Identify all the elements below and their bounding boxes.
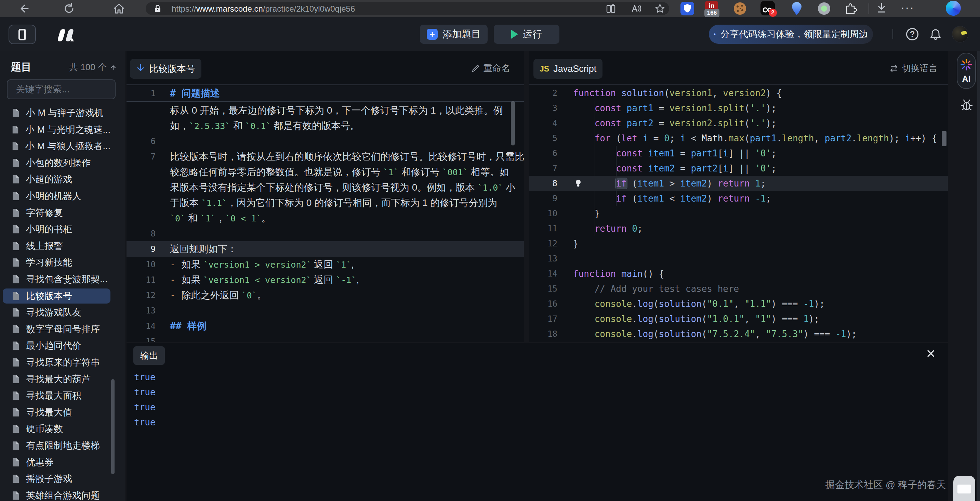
puzzle-icon[interactable]: [843, 2, 858, 16]
sidebar-item[interactable]: 优惠券: [3, 455, 110, 470]
md-line[interactable]: 6: [127, 134, 524, 149]
md-line[interactable]: 果版本号没有指定某个下标处的修订号，则该修订号视为 0。例如，版本 `1.0` …: [127, 180, 524, 195]
code-line[interactable]: 2function solution(version1, version2) {: [529, 86, 948, 101]
collapse-up-icon[interactable]: [110, 64, 117, 71]
lightbulb-icon[interactable]: [574, 179, 583, 188]
back-icon[interactable]: [18, 2, 30, 15]
md-line[interactable]: 11- 如果 `version1 < version2` 返回 `-1`,: [127, 272, 524, 287]
output-tab[interactable]: 输出: [134, 346, 165, 365]
marscode-logo[interactable]: [55, 29, 89, 42]
split-screen-icon[interactable]: [606, 3, 616, 14]
sidebar-item[interactable]: 寻找包含斐波那契...: [3, 272, 110, 287]
sidebar-item[interactable]: 寻找最大的葫芦: [3, 372, 110, 387]
md-line[interactable]: 7比较版本号时，请按从左到右的顺序依次比较它们的修订号。比较修订号时，只需比: [127, 149, 524, 164]
promo-banner[interactable]: 分享代码练习体验，领限量定制周边: [709, 25, 873, 44]
extension-green-dot-icon[interactable]: [817, 2, 831, 15]
md-line[interactable]: `0` 和 `1`，`0 < 1`。: [127, 211, 524, 226]
sidebar-item[interactable]: 小 M 与弹子游戏机: [3, 105, 110, 120]
sidebar-scrollbar[interactable]: [111, 379, 115, 474]
refresh-icon[interactable]: [63, 2, 75, 15]
search-box[interactable]: [7, 80, 116, 99]
sidebar-item[interactable]: 学习新技能: [3, 255, 110, 270]
code-line[interactable]: 8 if (item1 > item2) return 1;: [529, 176, 948, 191]
code-line[interactable]: 10 }: [529, 206, 948, 221]
rename-button[interactable]: 重命名: [471, 62, 510, 74]
sidebar-item[interactable]: 字符修复: [3, 205, 110, 220]
read-aloud-icon[interactable]: [631, 3, 641, 14]
debug-bug-icon[interactable]: [960, 98, 973, 112]
md-line[interactable]: 于版本 `1.1`，因为它们下标为 0 的修订号相同，而下标为 1 的修订号分别…: [127, 195, 524, 211]
sidebar-item[interactable]: 小 M 与狼人拯救者...: [3, 139, 110, 154]
sidebar-item[interactable]: 寻找游戏队友: [3, 305, 110, 320]
code-line[interactable]: 6 const item1 = part1[i] || '0';: [529, 146, 948, 161]
md-line[interactable]: 较忽略任何前导零后的整数值。也就是说，修订号 `1` 和修订号 `001` 相等…: [127, 164, 524, 180]
switch-language-button[interactable]: 切换语言: [889, 62, 938, 74]
sidebar-item[interactable]: 小明的机器人: [3, 188, 110, 204]
extension-cookie-icon[interactable]: [733, 2, 747, 15]
sidebar-item[interactable]: 最小趋同代价: [3, 338, 110, 353]
sidebar-item[interactable]: 寻找最大面积: [3, 388, 110, 403]
extension-shield-icon[interactable]: [681, 2, 694, 15]
code-line[interactable]: 18 console.log(solution("7.5.2.4", "7.5.…: [529, 327, 948, 341]
md-line[interactable]: 14## 样例: [127, 318, 524, 333]
sidebar-item[interactable]: 小超的游戏: [3, 172, 110, 187]
sidebar-item[interactable]: 线上报警: [3, 239, 110, 254]
sidebar-item[interactable]: 小包的数列操作: [3, 155, 110, 171]
editor-scrollbar[interactable]: [942, 131, 947, 146]
problem-tab[interactable]: 比较版本号: [130, 59, 201, 79]
sticky-heading-line[interactable]: 1# 问题描述: [127, 86, 524, 102]
favorite-star-icon[interactable]: [654, 3, 665, 14]
code-line[interactable]: 12}: [529, 236, 948, 251]
sidebar-item[interactable]: 有点限制地走楼梯: [3, 438, 110, 453]
code-line[interactable]: 16 console.log(solution("0.1", "1.1") ==…: [529, 296, 948, 311]
md-line[interactable]: 9返回规则如下：: [127, 241, 524, 257]
add-problem-button[interactable]: + 添加题目: [420, 25, 488, 44]
sidebar-item[interactable]: 寻找最大值: [3, 405, 110, 420]
md-line[interactable]: 标从 0 开始，最左边的修订号下标为 0，下一个修订号下标为 1，以此类推。例: [127, 103, 524, 118]
md-line[interactable]: 12- 除此之外返回 `0`。: [127, 287, 524, 303]
md-line[interactable]: 10- 如果 `version1 > version2` 返回 `1`,: [127, 257, 524, 272]
sidebar-item[interactable]: 摇骰子游戏: [3, 471, 110, 486]
sidebar-item[interactable]: 小 M 与光明之魂速...: [3, 122, 110, 137]
sidebar-item[interactable]: 寻找原来的字符串: [3, 355, 110, 370]
copilot-icon[interactable]: [946, 1, 961, 16]
sidebar-item[interactable]: 英雄组合游戏问题: [3, 488, 110, 501]
description-scrollbar[interactable]: [511, 101, 515, 145]
ai-assistant-button[interactable]: AI: [957, 53, 976, 89]
md-line[interactable]: 8: [127, 226, 524, 241]
code-line[interactable]: 9 if (item1 < item2) return -1;: [529, 191, 948, 206]
avatar[interactable]: [952, 26, 968, 42]
sidebar-item[interactable]: 小明的书柜: [3, 222, 110, 237]
downloads-icon[interactable]: [875, 2, 888, 14]
language-tab[interactable]: JS JavaScript: [533, 59, 603, 79]
run-button[interactable]: 运行: [494, 25, 559, 44]
code-line[interactable]: 4 const part2 = version2.split('.');: [529, 116, 948, 131]
extension-pin-icon[interactable]: [791, 2, 803, 16]
floating-widget-button[interactable]: [953, 475, 975, 501]
extension-in-icon[interactable]: in 166: [705, 1, 718, 11]
sidebar-item[interactable]: 硬币凑数: [3, 421, 110, 436]
sidebar-item[interactable]: 比较版本号: [3, 289, 110, 303]
code-line[interactable]: 7 const item2 = part2[i] || '0';: [529, 161, 948, 176]
code-line[interactable]: 3 const part1 = version1.split('.');: [529, 101, 948, 116]
search-input[interactable]: [16, 84, 125, 95]
address-bar[interactable]: https://www.marscode.cn/practice/2k10yl0…: [146, 2, 669, 15]
extension-oc-icon[interactable]: 2: [760, 1, 775, 15]
md-line[interactable]: 15: [127, 333, 524, 342]
code-line[interactable]: 15 // Add your test cases here: [529, 281, 948, 296]
browser-menu-icon[interactable]: ···: [900, 1, 914, 14]
code-line[interactable]: 5 for (let i = 0; i < Math.max(part1.len…: [529, 131, 948, 146]
sidebar-item[interactable]: 数字字母问号排序: [3, 322, 110, 337]
md-line[interactable]: 如，`2.5.33` 和 `0.1` 都是有效的版本号。: [127, 118, 524, 134]
help-button[interactable]: ?: [906, 28, 918, 40]
home-icon[interactable]: [113, 2, 125, 15]
code-line[interactable]: 13: [529, 251, 948, 266]
code-line[interactable]: 17 console.log(solution("1.0.1", "1") ==…: [529, 311, 948, 327]
md-sticky-row[interactable]: 1# 问题描述: [127, 86, 524, 101]
page-scrollbar[interactable]: [977, 51, 980, 501]
close-output-icon[interactable]: [926, 348, 936, 359]
sidebar-toggle-button[interactable]: [8, 25, 36, 44]
md-line[interactable]: 13: [127, 303, 524, 318]
code-line[interactable]: 11 return 0;: [529, 221, 948, 236]
code-line[interactable]: 14function main() {: [529, 266, 948, 281]
